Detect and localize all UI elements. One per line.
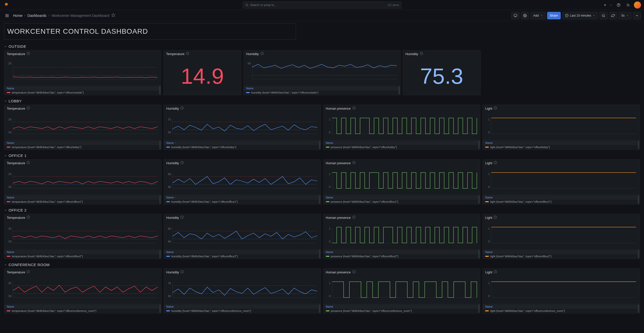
section-toggle[interactable]: OFFICE 2 [4, 206, 640, 214]
legend-item[interactable]: humidity {host="d84543ea7dac", topic="of… [244, 91, 400, 95]
chevron-down-icon[interactable] [609, 1, 613, 9]
legend-header-link[interactable]: Name [485, 305, 493, 308]
legend-item[interactable]: temperature {host="d84543ea7dac", topic=… [4, 309, 161, 313]
info-icon[interactable] [260, 52, 264, 56]
info-icon[interactable] [352, 270, 356, 274]
chart-panel[interactable]: Humidity 6040 17:0517:1017:15 Name humid… [164, 214, 321, 259]
settings-button[interactable] [521, 12, 529, 19]
chart-panel[interactable]: Humidity 6040 17:0517:1017:15 Name - hum… [164, 159, 321, 204]
section-toggle[interactable]: CONFERENCE ROOM [4, 261, 640, 268]
chart-area[interactable]: 2520 [6, 221, 159, 249]
legend-item[interactable]: humidity {host="d84543ea7dac", topic="of… [164, 200, 321, 204]
help-button[interactable] [615, 1, 622, 9]
chart-area[interactable]: 10 [485, 166, 638, 194]
legend-item[interactable]: light {host="d84543ea7dac", topic="offic… [483, 309, 640, 313]
legend-item[interactable]: humidity {host="d84543ea7dac", topic="of… [164, 145, 321, 149]
chart-area[interactable]: 6040 [166, 221, 319, 249]
tv-mode-button[interactable] [511, 12, 519, 19]
info-icon[interactable] [420, 52, 423, 56]
chart-area[interactable]: 10 [485, 112, 638, 140]
chart-panel[interactable]: Humidity 7550 17:0517:1017:15 Name humid… [164, 268, 321, 314]
chart-area[interactable]: 7550 [166, 112, 319, 140]
info-icon[interactable] [180, 270, 184, 274]
chart-panel[interactable]: Light 10 17:0517:1017:15 Name light {hos… [482, 214, 640, 259]
legend-item[interactable]: temperature {host="d84543ea7dac", topic=… [4, 200, 161, 204]
chart-panel[interactable]: Temperature 2520 17:0517:1017:15 Name te… [4, 105, 162, 150]
info-icon[interactable] [27, 161, 30, 165]
chart-panel[interactable]: Temperature 20 17:0517:1017:15 Name temp… [4, 50, 161, 95]
legend-header-link[interactable]: Name [166, 196, 174, 199]
legend-header-link[interactable]: Name [485, 251, 493, 254]
chart-area[interactable]: 2520 [6, 276, 159, 304]
chart-area[interactable]: 7550 [166, 276, 319, 304]
section-toggle[interactable]: OUTSIDE [4, 43, 640, 50]
legend-header-link[interactable]: Name [7, 196, 14, 199]
legend-header-link[interactable]: Name [246, 87, 253, 90]
info-icon[interactable] [186, 52, 189, 56]
legend-item[interactable]: presence {host="d84543ea7dac", topic="of… [323, 254, 480, 258]
info-icon[interactable] [494, 216, 497, 220]
legend-header-link[interactable]: Name [166, 305, 174, 308]
legend-item[interactable]: light {host="d84543ea7dac", topic="offic… [483, 145, 640, 149]
favorite-button[interactable] [111, 13, 115, 18]
chart-area[interactable]: 2520 [6, 166, 159, 194]
legend-header-link[interactable]: Name [326, 196, 333, 199]
refresh-button[interactable] [609, 12, 617, 19]
chart-panel[interactable]: Humidity 50 17:0517:1017:15 Name humidit… [243, 50, 401, 95]
legend-header-link[interactable]: Name [7, 141, 14, 144]
add-button[interactable]: Add [531, 12, 545, 19]
chart-area[interactable]: 50 [246, 57, 398, 85]
news-button[interactable] [624, 1, 632, 9]
chart-area[interactable]: 10 [485, 221, 638, 249]
legend-item[interactable]: presence {host="d84543ea7dac", topic="of… [323, 145, 480, 149]
chart-panel[interactable]: Humidity 7550 17:0517:1017:15 Name - hum… [164, 105, 321, 150]
legend-item[interactable]: temperature {host="d84543ea7dac", topic=… [4, 91, 161, 95]
breadcrumb-home[interactable]: Home [13, 14, 22, 18]
chart-panel[interactable]: Light 10 17:0517:1017:15 Name light {hos… [482, 105, 640, 150]
chart-panel[interactable]: Human presence 10 17:0517:1017:15 Name p… [323, 159, 481, 204]
chart-area[interactable]: 20 [6, 57, 159, 85]
legend-header-link[interactable]: Name [166, 251, 174, 254]
info-icon[interactable] [27, 216, 30, 220]
chart-panel[interactable]: Human presence 10 17:0517:1017:15 Name p… [323, 105, 481, 150]
legend-item[interactable]: humidity {host="d84543ea7dac", topic="of… [164, 254, 321, 258]
grafana-logo[interactable] [3, 2, 10, 9]
legend-header-link[interactable]: Name [7, 87, 14, 90]
info-icon[interactable] [494, 270, 497, 274]
info-icon[interactable] [494, 161, 497, 165]
legend-header-link[interactable]: Name [326, 141, 333, 144]
legend-item[interactable]: temperature {host="d84543ea7dac", topic=… [4, 254, 161, 258]
legend-item[interactable]: presence {host="d84543ea7dac", topic="of… [323, 309, 480, 313]
breadcrumb-dashboards[interactable]: Dashboards [27, 14, 47, 18]
info-icon[interactable] [352, 106, 356, 110]
user-avatar[interactable] [634, 2, 641, 9]
legend-header-link[interactable]: Name [326, 305, 333, 308]
chart-panel[interactable]: Temperature 2520 17:0517:1017:15 Name te… [4, 214, 162, 259]
info-icon[interactable] [180, 216, 184, 220]
legend-item[interactable]: presence {host="d84543ea7dac", topic="of… [323, 200, 480, 204]
legend-header-link[interactable]: Name [7, 251, 14, 254]
legend-header-link[interactable]: Name [485, 141, 493, 144]
legend-item[interactable]: humidity {host="d84543ea7dac", topic="of… [164, 309, 321, 313]
legend-item[interactable]: light {host="d84543ea7dac", topic="offic… [483, 200, 640, 204]
chart-panel[interactable]: Human presence 10 17:0517:1017:15 Name p… [323, 214, 481, 259]
info-icon[interactable] [352, 161, 356, 165]
legend-item[interactable]: light {host="d84543ea7dac", topic="offic… [483, 254, 640, 258]
chart-area[interactable]: 10 [325, 276, 478, 304]
chart-area[interactable]: 10 [485, 276, 638, 304]
refresh-interval-picker[interactable]: 5s [619, 12, 631, 19]
legend-header-link[interactable]: Name [485, 196, 493, 199]
zoom-out-button[interactable] [599, 12, 608, 19]
legend-header-link[interactable]: Name [7, 305, 14, 308]
chart-panel[interactable]: Temperature 2520 17:0517:1017:15 Name te… [4, 159, 162, 204]
chart-area[interactable]: 10 [325, 112, 478, 140]
chart-area[interactable]: 10 [325, 221, 478, 249]
legend-header-link[interactable]: Name [326, 251, 333, 254]
section-toggle[interactable]: LOBBY [4, 97, 640, 105]
info-icon[interactable] [180, 106, 184, 110]
time-range-picker[interactable]: Last 15 minutes [562, 12, 598, 19]
section-toggle[interactable]: OFFICE 1 [4, 152, 640, 159]
info-icon[interactable] [27, 106, 30, 110]
chart-panel[interactable]: Human presence 10 17:0517:1017:15 Name p… [323, 268, 481, 314]
chart-area[interactable]: 6040 [166, 166, 319, 194]
